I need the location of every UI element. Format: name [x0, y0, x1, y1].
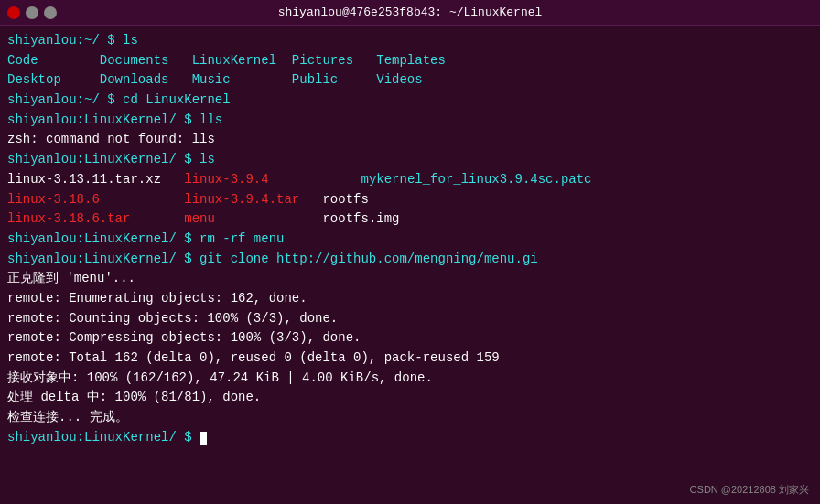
terminal-line: linux-3.18.6.tar menu rootfs.img	[7, 209, 813, 230]
window-title: shiyanlou@476e253f8b43: ~/LinuxKernel	[278, 5, 543, 19]
terminal-line: 处理 delta 中: 100% (81/81), done.	[7, 388, 813, 408]
minimize-btn[interactable]	[26, 6, 38, 19]
terminal-output: shiyanlou:~/ $ lsCode Documents LinuxKer…	[7, 31, 813, 447]
terminal-line: shiyanlou:~/ $ ls	[7, 31, 813, 51]
terminal-line: shiyanlou:LinuxKernel/ $ git clone http:…	[7, 250, 813, 270]
terminal-line: 检查连接... 完成。	[7, 408, 813, 428]
terminal-line: shiyanlou:LinuxKernel/ $ lls	[7, 111, 813, 131]
close-btn[interactable]	[7, 6, 20, 19]
terminal-cursor	[200, 432, 207, 445]
watermark: CSDN @20212808 刘家兴	[690, 483, 809, 497]
terminal-line: shiyanlou:LinuxKernel/ $ ls	[7, 150, 813, 170]
terminal-line: remote: Total 162 (delta 0), reused 0 (d…	[7, 349, 813, 369]
terminal-line: zsh: command not found: lls	[7, 130, 813, 150]
title-bar-buttons	[7, 6, 57, 19]
terminal-line: shiyanlou:LinuxKernel/ $ rm -rf menu	[7, 230, 813, 250]
terminal-line: linux-3.18.6 linux-3.9.4.tar rootfs	[7, 190, 813, 210]
terminal-body[interactable]: shiyanlou:~/ $ lsCode Documents LinuxKer…	[0, 26, 820, 504]
terminal-line: 正克隆到 'menu'...	[7, 269, 813, 289]
terminal-line: remote: Compressing objects: 100% (3/3),…	[7, 328, 813, 349]
terminal-line: Desktop Downloads Music Public Videos	[7, 70, 813, 91]
terminal-line: remote: Counting objects: 100% (3/3), do…	[7, 309, 813, 329]
terminal-line: shiyanlou:~/ $ cd LinuxKernel	[7, 91, 813, 111]
terminal-line: 接收对象中: 100% (162/162), 47.24 KiB | 4.00 …	[7, 369, 813, 389]
terminal-line: linux-3.13.11.tar.xz linux-3.9.4 mykerne…	[7, 170, 813, 190]
title-bar: shiyanlou@476e253f8b43: ~/LinuxKernel	[0, 0, 820, 26]
terminal-line: remote: Enumerating objects: 162, done.	[7, 289, 813, 309]
terminal-window: shiyanlou@476e253f8b43: ~/LinuxKernel sh…	[0, 0, 820, 504]
terminal-line: shiyanlou:LinuxKernel/ $	[7, 428, 813, 448]
terminal-line: Code Documents LinuxKernel Pictures Temp…	[7, 51, 813, 71]
maximize-btn[interactable]	[44, 6, 57, 19]
